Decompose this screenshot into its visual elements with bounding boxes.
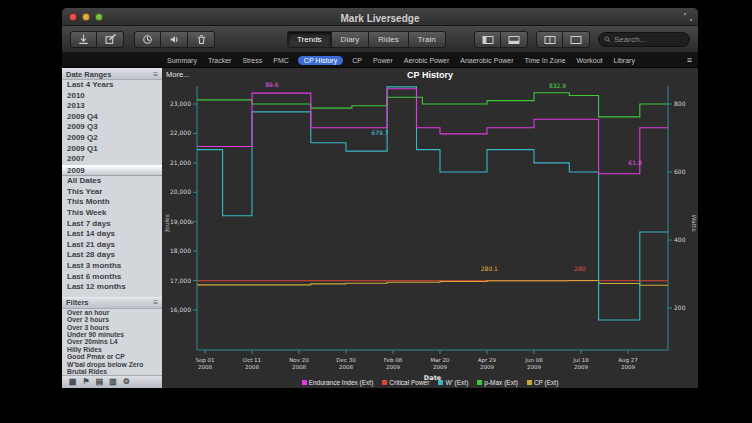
view-tab-rides[interactable]: Rides (369, 31, 408, 48)
filter-item[interactable]: Hilly Rides (62, 346, 162, 353)
tab-power[interactable]: Power (371, 56, 395, 65)
search-field[interactable] (598, 32, 690, 47)
date-range-item[interactable]: 2009 Q2 (62, 133, 162, 144)
tab-anaerobic-power[interactable]: Anaerobic Power (458, 56, 515, 65)
close-button[interactable] (69, 13, 77, 21)
svg-text:2009: 2009 (433, 364, 447, 370)
list-icon[interactable]: ▤ (96, 376, 104, 388)
compose-button[interactable] (97, 31, 124, 48)
filter-item[interactable]: Good Pmax or CP (62, 353, 162, 360)
tab-pmc[interactable]: PMC (271, 56, 291, 65)
date-range-item[interactable]: Last 6 months (62, 272, 162, 283)
history-button[interactable] (134, 31, 161, 48)
filter-item[interactable]: Brutal Rides (62, 368, 162, 375)
date-range-item[interactable]: Last 21 days (62, 240, 162, 251)
legend-swatch (527, 380, 532, 385)
tab-summary[interactable]: Summary (165, 56, 199, 65)
content-area: Date Ranges ≡ Last 4 Years201020132009 Q… (62, 68, 698, 388)
view-tab-train[interactable]: Train (409, 31, 446, 48)
file-button-group (70, 31, 124, 48)
minimize-button[interactable] (82, 13, 90, 21)
tab-tracker[interactable]: Tracker (206, 56, 233, 65)
svg-text:Mar 20: Mar 20 (430, 357, 450, 363)
tiled-view-button[interactable] (536, 31, 563, 48)
filter-item[interactable]: Under 90 minutes (62, 331, 162, 338)
zoom-button[interactable] (95, 13, 103, 21)
audio-button[interactable] (161, 31, 188, 48)
import-button[interactable] (70, 31, 97, 48)
sidebar: Date Ranges ≡ Last 4 Years201020132009 Q… (62, 68, 162, 388)
filters-menu-icon[interactable]: ≡ (153, 298, 158, 307)
date-ranges-title: Date Ranges (66, 70, 111, 79)
date-range-item[interactable]: Last 4 Years (62, 80, 162, 91)
y-axis-handle-icon[interactable]: ≡ (189, 218, 194, 225)
date-ranges-list: Last 4 Years201020132009 Q42009 Q32009 Q… (62, 80, 162, 293)
legend-swatch (382, 380, 387, 385)
date-range-item[interactable]: 2009 Q1 (62, 144, 162, 155)
date-range-item[interactable]: All Dates (62, 176, 162, 187)
date-range-item[interactable]: Last 12 months (62, 282, 162, 293)
svg-text:2008: 2008 (245, 364, 259, 370)
date-range-item[interactable]: Last 14 days (62, 229, 162, 240)
date-range-item[interactable]: 2009 Q3 (62, 122, 162, 133)
svg-text:2008: 2008 (292, 364, 306, 370)
date-range-item[interactable]: Last 7 days (62, 219, 162, 230)
tab-aerobic-power[interactable]: Aerobic Power (402, 56, 452, 65)
filter-item[interactable]: Over 2 hours (62, 316, 162, 323)
date-range-item[interactable]: 2009 (62, 165, 162, 177)
date-range-item[interactable]: Last 28 days (62, 250, 162, 261)
toggle-sidebar-button[interactable] (474, 31, 501, 48)
sidebar-bottom-toolbar: ▦⚑▤▥⚙ (62, 375, 162, 388)
date-range-item[interactable]: This Month (62, 197, 162, 208)
filter-item[interactable]: Over 3 hours (62, 324, 162, 331)
flag-icon[interactable]: ⚑ (83, 376, 90, 388)
tab-library[interactable]: Library (612, 56, 637, 65)
y-right-axis-label: Watts (691, 214, 698, 231)
view-tab-diary[interactable]: Diary (332, 31, 370, 48)
filter-item[interactable]: W'bal drops below Zero (62, 361, 162, 368)
view-switcher: TrendsDiaryRidesTrain (287, 31, 446, 48)
window-icon (570, 35, 582, 45)
date-range-item[interactable]: 2013 (62, 101, 162, 112)
chart-panel: More... CP History 16,00017,00018,00019,… (162, 68, 698, 388)
date-range-item[interactable]: This Year (62, 187, 162, 198)
legend-label: Endurance Index (Ext) (309, 379, 374, 386)
gear-icon[interactable]: ⚙ (123, 376, 130, 388)
tabbar-menu-icon[interactable]: ≡ (687, 56, 692, 65)
titlebar: Mark Liversedge (62, 8, 698, 26)
legend-label: W' (Ext) (445, 379, 468, 386)
delete-button[interactable] (188, 31, 215, 48)
chart-icon[interactable]: ▥ (109, 376, 117, 388)
date-range-item[interactable]: 2010 (62, 91, 162, 102)
date-ranges-menu-icon[interactable]: ≡ (153, 70, 158, 79)
view-tab-trends[interactable]: Trends (287, 31, 332, 48)
tab-cp[interactable]: CP (350, 56, 364, 65)
tab-stress[interactable]: Stress (240, 56, 264, 65)
clock-icon (142, 34, 153, 45)
pane-left-icon (482, 35, 494, 45)
date-range-item[interactable]: 2009 Q4 (62, 112, 162, 123)
date-range-item[interactable]: Last 3 months (62, 261, 162, 272)
filter-item[interactable]: Over an hour (62, 309, 162, 316)
toggle-lowbar-button[interactable] (501, 31, 528, 48)
search-input[interactable] (614, 35, 684, 44)
toolbar-left (70, 31, 215, 48)
layout-toggle-group (536, 31, 590, 48)
svg-text:Dec 30: Dec 30 (336, 357, 356, 363)
single-view-button[interactable] (563, 31, 590, 48)
filter-item[interactable]: Over 20mins L4 (62, 338, 162, 345)
compose-icon (105, 34, 116, 45)
fullscreen-icon[interactable] (683, 12, 693, 22)
legend-swatch (302, 380, 307, 385)
cp-history-chart: 16,00017,00018,00019,00020,00021,00022,0… (162, 78, 698, 384)
date-range-item[interactable]: 2007 (62, 154, 162, 165)
legend-item: W' (Ext) (438, 379, 468, 386)
tab-time-in-zone[interactable]: Time In Zone (523, 56, 568, 65)
legend-item: Critical Power (382, 379, 429, 386)
date-range-item[interactable]: This Week (62, 208, 162, 219)
tab-cp-history[interactable]: CP History (298, 56, 343, 65)
tools-button-group (134, 31, 215, 48)
tab-workout[interactable]: Workout (575, 56, 605, 65)
grid-icon[interactable]: ▦ (69, 376, 77, 388)
series-p-max-ext- (197, 93, 668, 117)
